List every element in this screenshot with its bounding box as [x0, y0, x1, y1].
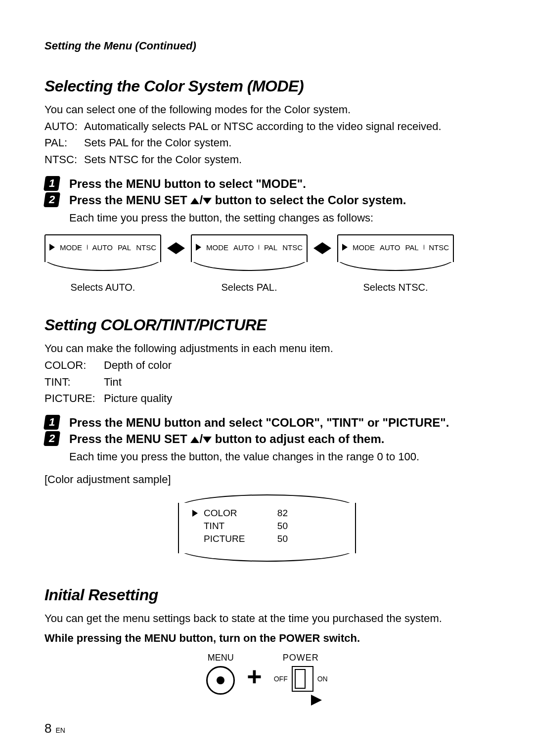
page-number: 8	[44, 721, 51, 736]
step-badge-1: 1	[44, 415, 60, 430]
section3-intro: You can get the menu settings back to st…	[44, 611, 490, 626]
cursor-icon	[342, 244, 348, 251]
section1-intro: You can select one of the following mode…	[44, 102, 490, 117]
triangle-up-icon	[190, 437, 199, 443]
step-2-note: Each time you press the button, the sett…	[69, 212, 490, 224]
sample-picture-name: PICTURE	[204, 534, 263, 544]
step-badge-2: 2	[44, 192, 60, 207]
off-label: OFF	[274, 675, 288, 683]
dot-icon	[259, 245, 259, 250]
step-2-text: Press the MENU SET / button to select th…	[69, 192, 490, 208]
sec2-step-2-note: Each time you press the button, the valu…	[69, 450, 490, 463]
mode-auto-label: AUTO:	[44, 119, 84, 134]
step-badge-1: 1	[44, 176, 60, 191]
power-switch-graphic: POWER OFF ON	[274, 653, 328, 706]
arrow-right-icon	[311, 695, 322, 706]
color-sample-box: COLOR 82 TINT 50 PICTURE 50	[178, 493, 356, 563]
mode-pal-desc: Sets PAL for the Color system.	[84, 135, 231, 150]
sample-color-name: COLOR	[204, 508, 263, 519]
step-badge-2: 2	[44, 431, 60, 446]
mode-pal-label: PAL:	[44, 135, 84, 150]
section-heading-mode: Selecting the Color System (MODE)	[44, 77, 490, 95]
section2-intro: You can make the following adjustments i…	[44, 341, 490, 356]
section-heading-color: Setting COLOR/TINT/PICTURE	[44, 316, 490, 334]
caption-ntsc: Selects NTSC.	[363, 282, 428, 293]
mode-definitions: AUTO: Automatically selects PAL or NTSC …	[44, 119, 490, 167]
mode-box-pal: MODE AUTO PAL NTSC	[191, 234, 308, 262]
color-definitions: COLOR: Depth of color TINT: Tint PICTURE…	[44, 358, 490, 406]
reset-diagram: MENU + POWER OFF ON	[44, 653, 490, 706]
mode-ntsc-label: NTSC:	[44, 152, 84, 167]
section3-instruction: While pressing the MENU button, turn on …	[44, 631, 490, 646]
step-1-text: Press the MENU button to select "MODE".	[69, 176, 490, 191]
breadcrumb: Setting the Menu (Continued)	[44, 40, 490, 52]
tint-desc: Tint	[104, 375, 122, 390]
caption-pal: Selects PAL.	[221, 282, 277, 293]
cursor-icon	[196, 244, 201, 251]
mode-box-auto: MODE AUTO PAL NTSC	[44, 234, 161, 262]
triangle-down-icon	[203, 437, 212, 443]
plus-icon: +	[247, 664, 262, 689]
caption-auto: Selects AUTO.	[71, 282, 135, 293]
triangle-down-icon	[203, 198, 212, 204]
sample-picture-val: 50	[268, 534, 288, 544]
double-arrow-icon	[313, 234, 331, 262]
mode-diagram: MODE AUTO PAL NTSC Selects AUTO. MODE AU…	[44, 234, 490, 293]
step-2-row: 2 Press the MENU SET / button to select …	[44, 192, 490, 208]
double-arrow-icon	[167, 234, 185, 262]
menu-button-graphic: MENU	[206, 653, 235, 695]
page-footer: 8 EN	[44, 721, 65, 736]
step-1-row: 1 Press the MENU button to select "MODE"…	[44, 176, 490, 191]
color-label: COLOR:	[44, 358, 104, 373]
color-sample-label: [Color adjustment sample]	[44, 473, 490, 486]
sample-color-val: 82	[268, 508, 288, 519]
power-switch-icon	[292, 666, 313, 692]
dot-icon	[87, 245, 88, 250]
cursor-icon	[192, 510, 198, 517]
picture-desc: Picture quality	[104, 391, 172, 406]
color-desc: Depth of color	[104, 358, 172, 373]
sec2-step-2-row: 2 Press the MENU SET / button to adjust …	[44, 431, 490, 446]
page-lang: EN	[55, 726, 65, 734]
sec2-step-2-text: Press the MENU SET / button to adjust ea…	[69, 431, 490, 446]
sec2-step-1-row: 1 Press the MENU button and select "COLO…	[44, 415, 490, 430]
cursor-icon	[49, 244, 55, 251]
section-heading-reset: Initial Resetting	[44, 586, 490, 604]
picture-label: PICTURE:	[44, 391, 104, 406]
sample-tint-name: TINT	[204, 521, 263, 532]
tint-label: TINT:	[44, 375, 104, 390]
on-label: ON	[317, 675, 328, 683]
sec2-step-1-text: Press the MENU button and select "COLOR"…	[69, 415, 490, 430]
sample-tint-val: 50	[268, 521, 288, 532]
dot-icon	[424, 245, 424, 250]
triangle-up-icon	[190, 198, 199, 204]
menu-button-icon	[206, 666, 235, 695]
mode-auto-desc: Automatically selects PAL or NTSC accord…	[84, 119, 442, 134]
mode-box-ntsc: MODE AUTO PAL NTSC	[337, 234, 454, 262]
mode-ntsc-desc: Sets NTSC for the Color system.	[84, 152, 242, 167]
